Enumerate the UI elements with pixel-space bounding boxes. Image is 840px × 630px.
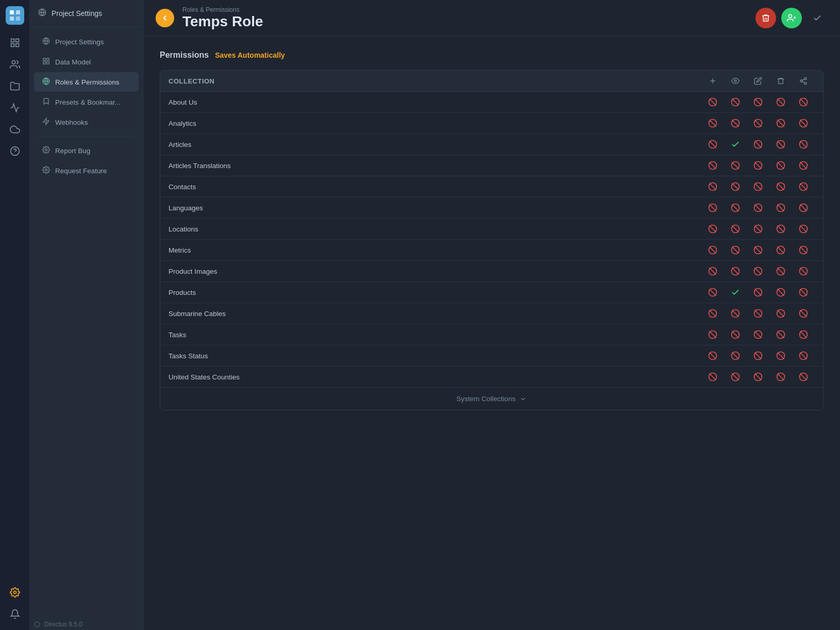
table-row[interactable]: United States Counties [160, 367, 823, 387]
perm-deny-icon[interactable] [792, 266, 815, 276]
perm-deny-icon[interactable] [747, 118, 769, 128]
table-row[interactable]: Products [160, 282, 823, 303]
perm-deny-icon[interactable] [792, 97, 815, 107]
table-row[interactable]: Metrics [160, 240, 823, 261]
insights-nav-icon[interactable] [5, 98, 25, 118]
perm-deny-icon[interactable] [701, 372, 724, 382]
cloud-nav-icon[interactable] [5, 120, 25, 139]
sidebar-item-request-feature[interactable]: Request Feature [34, 161, 139, 180]
table-row[interactable]: Tasks [160, 324, 823, 345]
back-button[interactable] [156, 9, 174, 27]
perm-deny-icon[interactable] [724, 160, 747, 171]
table-row[interactable]: Analytics [160, 113, 823, 134]
perm-deny-icon[interactable] [701, 203, 724, 213]
sidebar-item-presets[interactable]: Presets & Bookmar... [34, 92, 139, 112]
perm-allow-icon[interactable] [724, 140, 747, 149]
sidebar-item-report-bug[interactable]: Report Bug [34, 141, 139, 160]
perm-deny-icon[interactable] [701, 329, 724, 340]
add-user-button[interactable] [781, 8, 802, 28]
perm-deny-icon[interactable] [724, 245, 747, 255]
perm-deny-icon[interactable] [747, 245, 769, 255]
delete-header-icon[interactable] [769, 77, 792, 85]
perm-deny-icon[interactable] [792, 203, 815, 213]
table-footer[interactable]: System Collections [160, 387, 823, 410]
sidebar-item-roles-permissions[interactable]: Roles & Permissions [34, 72, 139, 92]
perm-deny-icon[interactable] [747, 139, 769, 150]
files-nav-icon[interactable] [5, 76, 25, 96]
perm-deny-icon[interactable] [769, 372, 792, 382]
perm-deny-icon[interactable] [792, 308, 815, 319]
table-row[interactable]: Articles Translations [160, 155, 823, 176]
sidebar-item-project-settings[interactable]: Project Settings [34, 32, 139, 52]
save-button[interactable] [807, 8, 828, 28]
notifications-nav-icon[interactable] [5, 604, 25, 624]
perm-deny-icon[interactable] [769, 224, 792, 234]
perm-deny-icon[interactable] [769, 266, 792, 276]
perm-deny-icon[interactable] [792, 139, 815, 150]
content-nav-icon[interactable] [5, 33, 25, 53]
perm-deny-icon[interactable] [792, 160, 815, 171]
perm-deny-icon[interactable] [747, 97, 769, 107]
perm-deny-icon[interactable] [724, 181, 747, 192]
perm-deny-icon[interactable] [747, 160, 769, 171]
perm-deny-icon[interactable] [701, 181, 724, 192]
table-row[interactable]: Tasks Status [160, 345, 823, 367]
create-header-icon[interactable] [701, 77, 724, 85]
perm-deny-icon[interactable] [701, 351, 724, 361]
perm-deny-icon[interactable] [769, 308, 792, 319]
perm-deny-icon[interactable] [701, 118, 724, 128]
perm-deny-icon[interactable] [747, 372, 769, 382]
perm-deny-icon[interactable] [724, 308, 747, 319]
perm-deny-icon[interactable] [747, 266, 769, 276]
perm-deny-icon[interactable] [769, 97, 792, 107]
help-nav-icon[interactable] [5, 141, 25, 161]
users-nav-icon[interactable] [5, 55, 25, 74]
perm-deny-icon[interactable] [701, 160, 724, 171]
perm-deny-icon[interactable] [747, 351, 769, 361]
perm-deny-icon[interactable] [792, 351, 815, 361]
share-header-icon[interactable] [792, 77, 815, 85]
perm-deny-icon[interactable] [747, 224, 769, 234]
perm-deny-icon[interactable] [792, 224, 815, 234]
perm-deny-icon[interactable] [792, 181, 815, 192]
perm-deny-icon[interactable] [769, 118, 792, 128]
perm-deny-icon[interactable] [747, 203, 769, 213]
table-row[interactable]: Articles [160, 134, 823, 155]
table-row[interactable]: Product Images [160, 261, 823, 282]
sidebar-item-webhooks[interactable]: Webhooks [34, 112, 139, 132]
perm-deny-icon[interactable] [769, 287, 792, 297]
perm-deny-icon[interactable] [701, 308, 724, 319]
perm-deny-icon[interactable] [769, 181, 792, 192]
delete-role-button[interactable] [755, 8, 776, 28]
perm-deny-icon[interactable] [747, 287, 769, 297]
perm-deny-icon[interactable] [747, 329, 769, 340]
perm-deny-icon[interactable] [769, 245, 792, 255]
perm-deny-icon[interactable] [747, 308, 769, 319]
table-row[interactable]: Submarine Cables [160, 303, 823, 324]
perm-deny-icon[interactable] [724, 203, 747, 213]
perm-deny-icon[interactable] [792, 245, 815, 255]
perm-deny-icon[interactable] [724, 97, 747, 107]
perm-deny-icon[interactable] [724, 372, 747, 382]
perm-deny-icon[interactable] [701, 224, 724, 234]
perm-allow-icon[interactable] [724, 288, 747, 297]
perm-deny-icon[interactable] [701, 287, 724, 297]
table-row[interactable]: Locations [160, 219, 823, 240]
perm-deny-icon[interactable] [701, 97, 724, 107]
table-row[interactable]: About Us [160, 92, 823, 113]
perm-deny-icon[interactable] [747, 181, 769, 192]
perm-deny-icon[interactable] [701, 245, 724, 255]
perm-deny-icon[interactable] [792, 287, 815, 297]
perm-deny-icon[interactable] [701, 139, 724, 150]
perm-deny-icon[interactable] [724, 329, 747, 340]
perm-deny-icon[interactable] [701, 266, 724, 276]
perm-deny-icon[interactable] [769, 139, 792, 150]
table-row[interactable]: Languages [160, 197, 823, 219]
perm-deny-icon[interactable] [724, 351, 747, 361]
settings-nav-icon[interactable] [5, 583, 25, 602]
app-logo[interactable] [6, 6, 24, 25]
perm-deny-icon[interactable] [792, 372, 815, 382]
perm-deny-icon[interactable] [724, 266, 747, 276]
perm-deny-icon[interactable] [724, 224, 747, 234]
update-header-icon[interactable] [747, 77, 769, 85]
